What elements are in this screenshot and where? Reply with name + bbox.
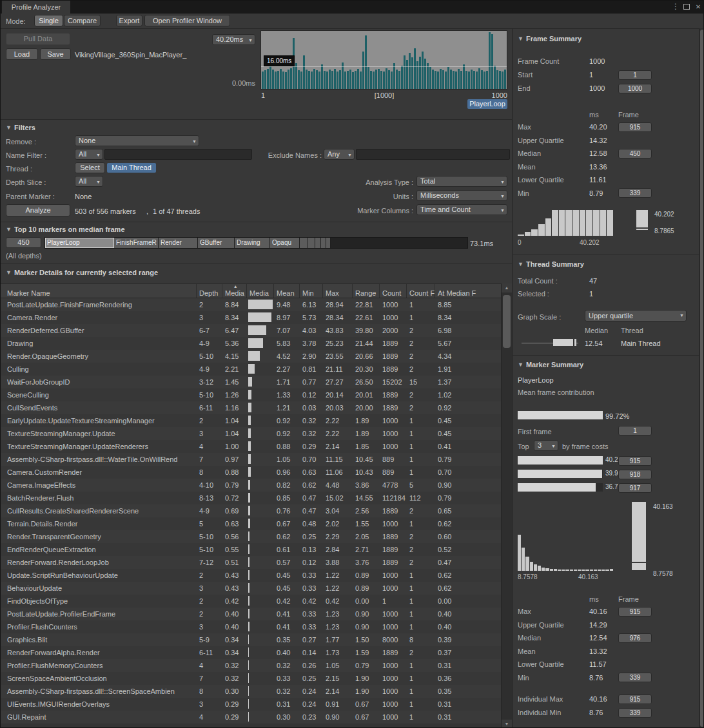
filters-header[interactable]: Filters bbox=[6, 123, 35, 132]
table-row[interactable]: UIEvents.IMGUIRenderOverlays30.290.310.2… bbox=[1, 698, 501, 711]
frame-link-button[interactable]: 915 bbox=[618, 607, 652, 617]
table-row[interactable]: BatchRenderer.Flush8-130.720.850.4715.02… bbox=[1, 492, 501, 504]
top-marker-segment[interactable] bbox=[321, 238, 326, 248]
scroll-down-icon[interactable] bbox=[502, 720, 512, 728]
table-row[interactable]: PostLateUpdate.FinishFrameRendering28.84… bbox=[1, 298, 501, 311]
marker-details-header[interactable]: Marker Details for currently selected ra… bbox=[6, 268, 158, 277]
thread-summary-header[interactable]: Thread Summary bbox=[518, 260, 584, 269]
frame-summary-header[interactable]: Frame Summary bbox=[518, 34, 582, 43]
median-frame-button[interactable]: 450 bbox=[6, 237, 41, 248]
top-marker-segment[interactable] bbox=[300, 238, 308, 248]
depth-slice-dropdown[interactable]: All bbox=[75, 176, 103, 187]
table-row[interactable]: PostLateUpdate.ProfilerEndFrame20.400.41… bbox=[1, 608, 501, 620]
table-column-header[interactable]: Depth bbox=[197, 284, 222, 298]
table-row[interactable]: ScreenSpaceAmbientOcclusion70.320.330.25… bbox=[1, 672, 501, 685]
graph-scale-dropdown[interactable]: Upper quartile bbox=[585, 310, 687, 321]
table-column-header[interactable]: Media bbox=[222, 284, 247, 298]
top-marker-segment[interactable]: Render bbox=[159, 238, 198, 248]
table-row[interactable]: Graphics.Blit5-90.340.350.271.771.508000… bbox=[1, 633, 501, 646]
top-n-dropdown[interactable]: 3 bbox=[534, 440, 558, 451]
frame-link-button[interactable]: 339 bbox=[618, 673, 652, 682]
frame-link-button[interactable]: 450 bbox=[618, 149, 652, 158]
right-panel-scrollbar[interactable] bbox=[699, 28, 704, 728]
frame-link-button[interactable]: 1000 bbox=[618, 84, 652, 93]
open-profiler-window-button[interactable]: Open Profiler Window bbox=[144, 15, 230, 26]
table-column-header[interactable]: At Median F bbox=[435, 284, 501, 298]
top-marker-segment[interactable] bbox=[315, 238, 321, 248]
table-row[interactable]: SceneCulling5-101.261.330.1220.1420.0118… bbox=[1, 388, 501, 401]
frame-link-button[interactable]: 1 bbox=[618, 70, 652, 80]
table-column-header[interactable]: Range bbox=[353, 284, 380, 298]
table-row[interactable]: Drawing4-95.365.833.7825.2321.44188925.6… bbox=[1, 337, 501, 350]
name-filter-input[interactable] bbox=[104, 149, 252, 160]
frame-link-button[interactable]: 976 bbox=[618, 633, 652, 643]
table-row[interactable]: Update.ScriptRunBehaviourUpdate20.430.45… bbox=[1, 569, 501, 582]
table-row[interactable]: Render.OpaqueGeometry5-104.154.522.9023.… bbox=[1, 350, 501, 363]
table-row[interactable]: GUI.Repaint40.290.300.230.900.67100010.3… bbox=[1, 711, 501, 723]
frame-link-button[interactable]: 918 bbox=[618, 470, 652, 479]
kebab-menu-icon[interactable]: ⋮ bbox=[671, 2, 680, 12]
table-row[interactable]: RenderForwardAlpha.Render6-110.340.400.1… bbox=[1, 646, 501, 659]
top-marker-segment[interactable]: PlayerLoop bbox=[45, 238, 114, 248]
top-marker-segment[interactable]: FinishFrameR bbox=[114, 238, 159, 248]
top-marker-segment[interactable]: Drawing bbox=[235, 238, 270, 248]
export-button[interactable]: Export bbox=[116, 15, 142, 26]
table-row[interactable]: Culling4-92.212.270.8121.1120.30188921.9… bbox=[1, 363, 501, 376]
frame-link-button[interactable]: 915 bbox=[618, 456, 652, 466]
frame-link-button[interactable]: 915 bbox=[618, 694, 652, 704]
table-row[interactable]: Profiler.FlushMemoryCounters40.320.320.2… bbox=[1, 659, 501, 672]
load-button[interactable]: Load bbox=[6, 48, 38, 60]
table-row[interactable]: CullSendEvents6-111.161.210.0320.0320.00… bbox=[1, 401, 501, 414]
scrollbar-thumb[interactable] bbox=[700, 30, 704, 727]
marker-columns-dropdown[interactable]: Time and Count bbox=[416, 204, 507, 215]
marker-summary-header[interactable]: Marker Summary bbox=[518, 360, 583, 369]
table-row[interactable]: EarlyUpdate.UpdateTextureStreamingManage… bbox=[1, 414, 501, 427]
table-row[interactable]: Terrain.Details.Render50.630.670.482.021… bbox=[1, 517, 501, 530]
units-dropdown[interactable]: Milliseconds bbox=[416, 190, 507, 201]
scroll-up-icon[interactable] bbox=[502, 283, 512, 292]
table-row[interactable]: TextureStreamingManager.UpdateRenderers4… bbox=[1, 440, 501, 453]
tab-profile-analyzer[interactable]: Profile Analyzer bbox=[2, 1, 70, 14]
table-row[interactable]: FindObjectsOfType20.420.420.420.420.0011… bbox=[1, 595, 501, 608]
table-column-header[interactable]: Mean bbox=[274, 284, 300, 298]
table-row[interactable]: RenderDeferred.GBuffer6-76.477.074.0343.… bbox=[1, 324, 501, 337]
analyze-button[interactable]: Analyze bbox=[6, 204, 70, 216]
frame-link-button[interactable]: 339 bbox=[618, 708, 652, 718]
table-column-header[interactable]: Count Fra bbox=[407, 284, 435, 298]
table-column-header[interactable]: Marker Name bbox=[1, 284, 197, 298]
top-markers-header[interactable]: Top 10 markers on median frame bbox=[6, 225, 125, 234]
table-row[interactable]: Camera.CustomRender80.880.960.6311.0610.… bbox=[1, 466, 501, 479]
pull-data-button[interactable]: Pull Data bbox=[6, 33, 70, 45]
save-button[interactable]: Save bbox=[40, 48, 71, 60]
restore-window-icon[interactable] bbox=[683, 4, 691, 12]
frame-time-chart[interactable]: 16.00ms bbox=[260, 30, 507, 90]
exclude-names-input[interactable] bbox=[356, 149, 510, 160]
table-row[interactable]: Render.TransparentGeometry5-100.560.620.… bbox=[1, 530, 501, 543]
table-row[interactable]: Camera.ImageEffects4-100.790.820.624.483… bbox=[1, 479, 501, 492]
table-column-header[interactable]: Count bbox=[380, 284, 407, 298]
chart-scale-dropdown[interactable]: 40.20ms bbox=[212, 34, 255, 45]
table-row[interactable]: CullResults.CreateSharedRendererScene4-9… bbox=[1, 504, 501, 517]
table-column-header[interactable]: Max bbox=[323, 284, 353, 298]
top-marker-segment[interactable]: GBuffer bbox=[198, 238, 235, 248]
table-column-header[interactable]: Min bbox=[300, 284, 323, 298]
table-scrollbar[interactable] bbox=[501, 283, 512, 728]
scrollbar-thumb[interactable] bbox=[503, 295, 511, 348]
table-row[interactable]: Camera.Render38.348.975.7328.3422.611000… bbox=[1, 311, 501, 324]
exclude-mode-dropdown[interactable]: Any bbox=[324, 149, 355, 160]
frame-link-button[interactable]: 917 bbox=[618, 483, 652, 493]
table-row[interactable]: WaitForJobGroupID3-121.451.710.7727.2726… bbox=[1, 376, 501, 388]
table-column-header[interactable]: Media bbox=[247, 284, 274, 298]
remove-dropdown[interactable]: None bbox=[75, 135, 199, 146]
table-row[interactable]: Profiler.FlushCounters30.400.410.331.230… bbox=[1, 620, 501, 633]
table-row[interactable]: Assembly-CSharp-firstpass.dll!::WaterTil… bbox=[1, 453, 501, 466]
first-frame-button[interactable]: 1 bbox=[618, 426, 652, 436]
mode-compare-button[interactable]: Compare bbox=[64, 15, 101, 26]
name-filter-mode-dropdown[interactable]: All bbox=[75, 149, 103, 160]
top-marker-segment[interactable]: Opaqu bbox=[270, 238, 300, 248]
table-row[interactable]: EndRenderQueueExtraction5-100.550.610.13… bbox=[1, 543, 501, 556]
table-row[interactable]: RenderForward.RenderLoopJob7-120.510.570… bbox=[1, 556, 501, 569]
table-row[interactable]: Assembly-CSharp-firstpass.dll!::ScreenSp… bbox=[1, 685, 501, 698]
frame-link-button[interactable]: 339 bbox=[618, 188, 652, 198]
top-marker-segment[interactable] bbox=[308, 238, 315, 248]
